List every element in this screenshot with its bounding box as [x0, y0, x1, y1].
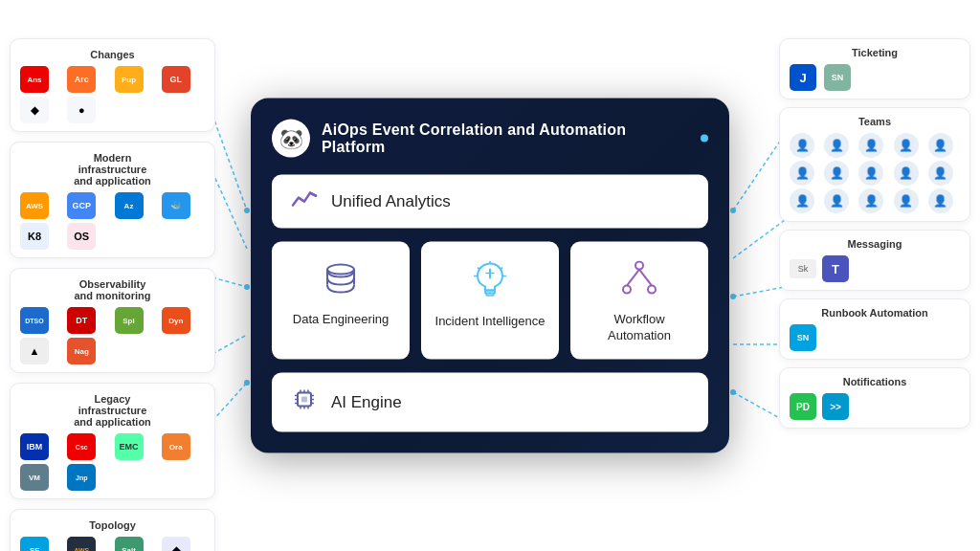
svg-line-0: [212, 115, 247, 210]
legacy-infra-group: Legacyinfrastructureand application IBM …: [10, 383, 215, 499]
avatar-14: 👤: [894, 188, 919, 213]
svg-line-4: [212, 383, 247, 421]
salt-icon: Salt: [115, 537, 144, 551]
aiops-logo: 🐼: [272, 120, 310, 158]
observability-group: Observabilityand monitoring DTSO DT Spl …: [10, 268, 215, 373]
oracle-icon: Ora: [162, 433, 190, 460]
center-card: 🐼 AiOps Event Correlation and Automation…: [251, 99, 729, 453]
vmware-icon: VM: [20, 464, 49, 491]
nagios-icon: Nag: [67, 338, 96, 364]
topology-group: Topology SF AWS Salt ◆ Trv ●: [10, 509, 215, 551]
incident-intelligence-icon: [473, 261, 507, 304]
openshift-icon: OS: [67, 223, 96, 250]
data-engineering-icon: [322, 261, 360, 302]
ms-teams-icon: T: [822, 255, 849, 282]
notifications-group: Notifications PD >>: [779, 367, 970, 429]
icon1: ◆: [20, 97, 49, 123]
messaging-title: Messaging: [790, 238, 960, 250]
left-panel: Changes Ans Arc Pup GL ◆ ● Moderninfrast…: [10, 38, 215, 551]
avatar-7: 👤: [824, 161, 849, 186]
svg-point-29: [623, 286, 631, 294]
ticketing-title: Ticketing: [790, 47, 960, 58]
svg-line-6: [733, 220, 785, 258]
svg-line-5: [733, 134, 785, 210]
ticketing-group: Ticketing J SN: [779, 38, 970, 99]
svg-rect-20: [486, 294, 494, 297]
card-header: 🐼 AiOps Event Correlation and Automation…: [272, 120, 708, 158]
topology-icons: SF AWS Salt ◆ Trv ●: [20, 537, 205, 551]
avatar-3: 👤: [858, 133, 883, 158]
teams-group: Teams 👤 👤 👤 👤 👤 👤 👤 👤 👤 👤 👤 👤 👤 👤 👤: [779, 107, 970, 222]
svg-point-14: [730, 294, 736, 299]
emc-icon: EMC: [115, 433, 144, 460]
opsgenie-icon: >>: [822, 393, 849, 420]
avatar-12: 👤: [824, 188, 849, 213]
docker-icon: 🐳: [162, 192, 190, 219]
jira-icon: J: [790, 64, 816, 91]
messaging-icons: Sk T: [790, 255, 960, 282]
ai-engine-label: AI Engine: [331, 392, 402, 411]
feature-cards: Data Engineering: [272, 242, 708, 360]
avatar-9: 👤: [894, 161, 919, 186]
svg-point-28: [635, 262, 643, 270]
workflow-automation-card[interactable]: Workflow Automation: [570, 242, 708, 360]
svg-point-12: [244, 380, 250, 386]
diamond-icon: ◆: [162, 537, 190, 551]
ai-engine-icon: [291, 386, 318, 418]
legacy-icons: IBM Csc EMC Ora VM Jnp: [20, 433, 205, 491]
svg-point-15: [730, 389, 736, 395]
notifications-title: Notifications: [790, 376, 960, 387]
svg-line-9: [733, 392, 785, 421]
modern-infra-group: Moderninfrastructureand application AWS …: [10, 142, 215, 258]
right-panel: Ticketing J SN Teams 👤 👤 👤 👤 👤 👤 👤 👤 👤 👤…: [779, 38, 970, 429]
legacy-infra-title: Legacyinfrastructureand application: [20, 393, 205, 428]
icon2: ●: [67, 97, 96, 123]
aws-icon: AWS: [20, 192, 49, 219]
svg-point-11: [244, 284, 250, 290]
messaging-group: Messaging Sk T: [779, 230, 970, 291]
svg-rect-46: [301, 396, 307, 402]
notification-icons: PD >>: [790, 393, 960, 420]
svg-line-3: [212, 335, 247, 354]
sf-icon: SF: [20, 537, 49, 551]
puppet-icon: Pup: [115, 66, 144, 93]
observability-title: Observabilityand monitoring: [20, 278, 205, 301]
unified-analytics-label: Unified Analytics: [331, 192, 451, 211]
svg-line-1: [212, 172, 247, 249]
avatar-2: 👤: [824, 133, 849, 158]
svg-point-13: [730, 208, 736, 213]
workflow-automation-icon: [619, 261, 659, 302]
avatar-11: 👤: [790, 188, 814, 213]
splunk-icon: Spl: [115, 307, 144, 334]
runbook-title: Runbook Automation: [790, 307, 960, 319]
svg-line-25: [501, 268, 502, 270]
svg-point-30: [648, 286, 656, 294]
pagerduty-icon: PD: [790, 393, 816, 420]
svg-line-24: [478, 268, 479, 270]
star-dot: [701, 135, 708, 143]
avatar-15: 👤: [928, 188, 953, 213]
runbook-icons: SN: [790, 324, 960, 351]
observability-icons: DTSO DT Spl Dyn ▲ Nag: [20, 307, 205, 364]
topology-title: Topology: [20, 519, 205, 531]
svg-line-2: [212, 277, 247, 287]
incident-intelligence-label: Incident Intelligence: [435, 314, 546, 330]
avatar-13: 👤: [858, 188, 883, 213]
data-engineering-label: Data Engineering: [293, 312, 389, 328]
juniper-icon: Jnp: [67, 464, 96, 491]
azure-icon: Az: [115, 192, 144, 219]
ticketing-icons: J SN: [790, 64, 960, 91]
data-engineering-card[interactable]: Data Engineering: [272, 242, 410, 360]
gitlab2-icon: GL: [162, 66, 190, 93]
servicenow-icon: SN: [824, 64, 851, 91]
avatar-6: 👤: [790, 161, 814, 186]
dynam-icon: Dyn: [162, 307, 190, 334]
icon5: ▲: [20, 338, 49, 364]
svg-line-31: [627, 270, 639, 286]
incident-intelligence-card[interactable]: Incident Intelligence: [421, 242, 559, 360]
runbook-sn-icon: SN: [790, 324, 816, 351]
avatar-1: 👤: [790, 133, 814, 158]
unified-analytics-row[interactable]: Unified Analytics: [272, 175, 708, 229]
k8s-icon: K8: [20, 223, 49, 250]
ai-engine-row[interactable]: AI Engine: [272, 372, 708, 431]
